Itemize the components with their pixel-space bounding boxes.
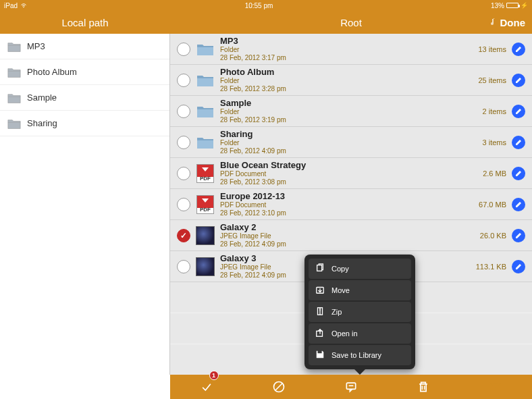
battery-percent: 13% [491,2,504,9]
pdf-icon: PDF [196,164,214,183]
file-info: Photo Album Folder 28 Feb, 2012 3:28 pm [220,67,478,94]
zip-icon [315,307,331,317]
file-row[interactable]: MP3 Folder 28 Feb, 2012 3:17 pm 13 items [170,34,532,65]
edit-button[interactable] [512,43,525,56]
popup-item-copy[interactable]: Copy [309,259,411,279]
action-popup: CopyMoveZipOpen inSave to Library [304,255,415,369]
device-label: iPad [4,2,18,9]
popup-item-move[interactable]: Move [309,280,411,300]
folder-icon [7,92,22,104]
select-checkbox[interactable] [177,167,190,180]
file-type-icon [196,226,215,245]
sidebar-item[interactable]: MP3 [0,34,169,59]
file-info: Sharing Folder 28 Feb, 2012 4:09 pm [220,129,483,156]
select-checkbox[interactable] [177,198,190,211]
file-date: 28 Feb, 2012 3:08 pm [220,178,483,186]
file-type-icon [196,257,215,276]
file-row[interactable]: PDF Blue Ocean Strategy PDF Document 28 … [170,158,532,189]
clock: 10:55 pm [27,2,491,9]
deselect-button[interactable] [265,375,292,399]
popup-item-label: Open in [331,329,358,338]
header-bar: Local path Root Done [0,11,532,34]
file-row[interactable]: PDF Europe 2012-13 PDF Document 28 Feb, … [170,189,532,220]
popup-item-openin[interactable]: Open in [309,323,411,344]
file-info: Sample Folder 28 Feb, 2012 3:19 pm [220,98,483,125]
file-meta: 3 items [483,138,506,147]
sidebar: MP3 Photo Album Sample Sharing [0,34,170,375]
music-note-icon [488,17,496,28]
mail-button[interactable] [482,375,509,399]
edit-button[interactable] [512,136,525,149]
popup-item-label: Copy [331,265,349,273]
file-info: Blue Ocean Strategy PDF Document 28 Feb,… [220,160,483,187]
popup-item-save[interactable]: Save to Library [309,345,411,365]
image-thumb-icon [196,257,215,276]
select-checkbox[interactable] [177,136,190,149]
done-button[interactable]: Done [488,17,526,28]
file-type-icon [196,40,215,59]
select-checkbox[interactable] [177,74,190,87]
done-label: Done [500,17,526,28]
page-title: Root [170,17,532,28]
file-type-icon: PDF [196,195,215,214]
folder-icon [7,41,22,53]
sidebar-item[interactable]: Photo Album [0,59,169,85]
file-meta: 13 items [478,45,506,53]
edit-button[interactable] [512,167,525,180]
select-checkbox[interactable] [177,229,190,242]
file-type-label: Folder [220,108,483,116]
sidebar-item[interactable]: Sharing [0,111,169,136]
select-checkbox[interactable] [177,105,190,118]
file-type-icon [196,133,215,152]
file-date: 28 Feb, 2012 3:10 pm [220,209,479,217]
battery-icon [506,3,518,8]
sidebar-item-label: Sharing [27,118,57,128]
sidebar-item-label: MP3 [27,41,45,51]
file-name: Europe 2012-13 [220,191,479,202]
popup-item-label: Move [331,286,350,294]
file-row[interactable]: Sample Folder 28 Feb, 2012 3:19 pm 2 ite… [170,96,532,127]
sidebar-item[interactable]: Sample [0,85,169,111]
file-name: Galaxy 2 [220,222,480,233]
edit-button[interactable] [512,229,525,242]
file-row[interactable]: Sharing Folder 28 Feb, 2012 4:09 pm 3 it… [170,127,532,158]
file-date: 28 Feb, 2012 4:09 pm [220,147,483,155]
folder-icon [7,66,22,78]
file-row[interactable]: Photo Album Folder 28 Feb, 2012 3:28 pm … [170,65,532,96]
select-checkbox[interactable] [177,260,190,273]
file-type-icon [196,71,215,90]
file-name: Sample [220,98,483,109]
file-meta: 67.0 MB [479,201,506,209]
file-info: Galaxy 2 JPEG Image File 28 Feb, 2012 4:… [220,222,480,249]
edit-button[interactable] [512,74,525,87]
comment-button[interactable] [338,375,365,399]
file-type-label: PDF Document [220,170,483,178]
openin-icon [315,328,331,339]
popup-item-zip[interactable]: Zip [309,302,411,322]
svg-point-0 [23,6,24,7]
file-type-label: Folder [220,46,478,54]
file-type-icon [196,102,215,121]
sidebar-item-label: Photo Album [27,67,77,77]
file-type-label: PDF Document [220,201,479,209]
svg-rect-1 [317,265,322,271]
file-name: Blue Ocean Strategy [220,160,483,171]
select-all-button[interactable]: 1 [193,375,220,399]
wifi-icon [20,2,27,9]
file-name: Sharing [220,129,483,140]
edit-button[interactable] [512,260,525,273]
file-row[interactable]: Galaxy 2 JPEG Image File 28 Feb, 2012 4:… [170,220,532,251]
delete-button[interactable] [410,375,437,399]
sidebar-title: Local path [0,11,170,34]
file-meta: 113.1 KB [476,263,506,271]
file-name: Photo Album [220,67,478,78]
pdf-icon: PDF [196,195,214,214]
edit-button[interactable] [512,198,525,211]
file-date: 28 Feb, 2012 4:09 pm [220,240,480,248]
move-icon [315,285,331,296]
file-info: Europe 2012-13 PDF Document 28 Feb, 2012… [220,191,479,218]
selection-badge: 1 [209,371,219,380]
select-checkbox[interactable] [177,43,190,56]
file-meta: 2 items [483,107,506,115]
edit-button[interactable] [512,105,525,118]
